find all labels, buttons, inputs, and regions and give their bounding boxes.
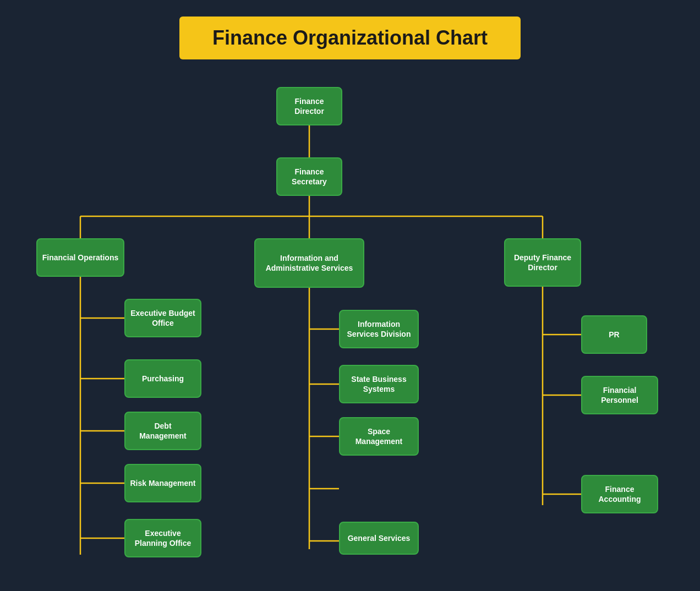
title-box: Finance Organizational Chart	[179, 17, 521, 59]
finance-secretary-node: Finance Secretary	[276, 157, 342, 196]
executive-budget-office-node: Executive Budget Office	[124, 299, 201, 337]
debt-management-node: Debt Management	[124, 412, 201, 450]
space-management-node: Space Management	[339, 417, 419, 456]
financial-operations-node: Financial Operations	[36, 238, 124, 277]
deputy-finance-director-node: Deputy Finance Director	[504, 238, 581, 287]
info-services-division-node: Information Services Division	[339, 310, 419, 348]
risk-management-node: Risk Management	[124, 464, 201, 502]
purchasing-node: Purchasing	[124, 359, 201, 398]
state-business-systems-node: State Business Systems	[339, 365, 419, 403]
finance-accounting-node: Finance Accounting	[581, 475, 658, 513]
finance-director-node: Finance Director	[276, 87, 342, 125]
pr-node: PR	[581, 315, 647, 354]
page-title: Finance Organizational Chart	[212, 26, 488, 50]
executive-planning-office-node: Executive Planning Office	[124, 519, 201, 557]
financial-personnel-node: Financial Personnel	[581, 376, 658, 414]
info-admin-services-node: Information and Administrative Services	[254, 238, 364, 288]
general-services-node: General Services	[339, 522, 419, 555]
